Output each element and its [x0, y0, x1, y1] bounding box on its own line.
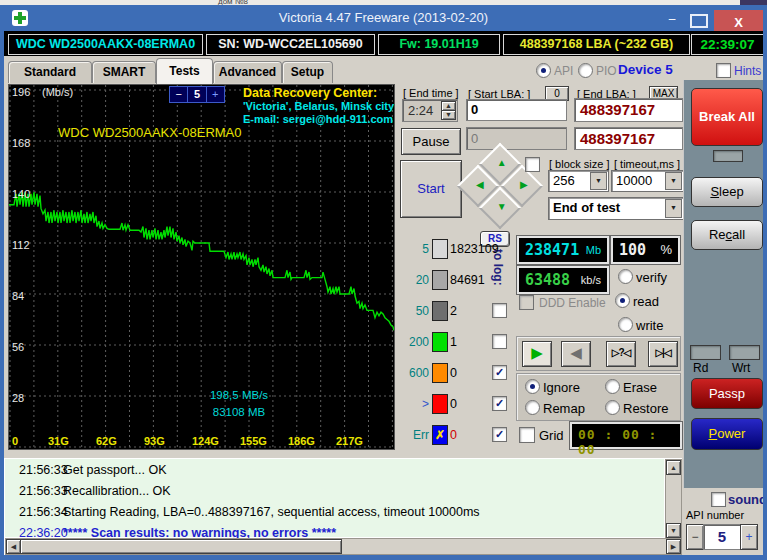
defect-action-strip: Ignore Erase Remap Restore — [516, 373, 681, 421]
break-all-button[interactable]: Break All — [691, 88, 763, 146]
graph-zoom-control[interactable]: − 5 + — [169, 86, 225, 103]
end-time-field[interactable]: 2:24 ▲ ▼ — [402, 99, 458, 122]
drive-capacity: 488397168 LBA (~232 GB) — [503, 34, 690, 55]
api-number-value[interactable]: 5 — [703, 524, 741, 550]
scrollbar-thumb[interactable] — [20, 539, 342, 554]
tab-standard[interactable]: Standard — [8, 61, 92, 83]
window-border-left — [0, 31, 4, 560]
scroll-left-icon[interactable]: ◀ — [6, 539, 21, 554]
scroll-up-icon[interactable]: ▲ — [666, 460, 681, 475]
api-number-increment[interactable]: + — [740, 524, 758, 550]
drive-firmware: Fw: 19.01H19 — [378, 34, 500, 55]
pio-radio-label: PIO — [596, 64, 617, 78]
log-checkbox[interactable]: ✓ — [492, 427, 507, 442]
step-button[interactable]: ▷|◁ — [648, 341, 678, 367]
clock: 22:39:07 — [691, 34, 764, 55]
restore-radio[interactable] — [605, 400, 620, 415]
y-tick: 84 — [12, 290, 24, 302]
grid-checkbox[interactable] — [519, 427, 535, 443]
tab-setup[interactable]: Setup — [282, 61, 333, 83]
drive-serial: SN: WD-WCC2EL105690 — [206, 34, 375, 55]
erase-label: Erase — [623, 380, 657, 395]
x-tick: 31G — [48, 435, 69, 447]
end-time-label: [ End time ] — [403, 87, 459, 99]
reverse-button[interactable]: ◀ — [561, 341, 591, 367]
pio-radio[interactable] — [578, 63, 593, 78]
api-radio-label: API — [554, 64, 573, 78]
minimize-button[interactable]: – — [664, 14, 680, 24]
log-checkbox[interactable] — [492, 303, 507, 318]
transport-strip: ▶ ◀ ▷?◁ ▷|◁ — [516, 336, 681, 371]
zoom-in-button[interactable]: + — [207, 87, 224, 102]
scroll-right-icon[interactable]: ▶ — [666, 539, 681, 554]
verify-label: verify — [636, 270, 667, 285]
hints-checkbox[interactable] — [716, 63, 731, 78]
block-size-select[interactable]: 256 ▼ — [548, 170, 609, 192]
block-size-label: [ block size ] — [549, 158, 610, 170]
tab-tests[interactable]: Tests — [156, 58, 213, 84]
passp-button[interactable]: Passp — [691, 378, 763, 409]
end-lba-input[interactable]: 488397167 — [574, 98, 683, 122]
timeout-select[interactable]: 10000 ▼ — [611, 170, 684, 192]
log-message: Starting Reading, LBA=0..488397167, sequ… — [63, 505, 660, 519]
tab-smart[interactable]: SMART — [92, 61, 156, 83]
zoom-value: 5 — [187, 87, 206, 102]
play-button[interactable]: ▶ — [522, 341, 552, 367]
grid-label: Grid — [539, 428, 564, 443]
ignore-radio[interactable] — [525, 379, 540, 394]
log-vertical-scrollbar[interactable]: ▲ ▼ — [665, 459, 682, 539]
log-checkbox[interactable] — [492, 334, 507, 349]
bucket-speed: 200 — [401, 335, 429, 349]
log-checkbox[interactable]: ✓ — [492, 365, 507, 380]
zoom-out-button[interactable]: − — [170, 87, 187, 102]
pause-button[interactable]: Pause — [401, 128, 461, 155]
sound-checkbox[interactable] — [711, 492, 726, 507]
remap-radio[interactable] — [525, 400, 540, 415]
read-label: read — [633, 294, 659, 309]
dropdown-arrow-icon[interactable]: ▼ — [665, 199, 682, 218]
end-time-spin-down[interactable]: ▼ — [441, 110, 456, 120]
tab-advanced[interactable]: Advanced — [213, 61, 282, 83]
seek-error-button[interactable]: ▷?◁ — [606, 341, 636, 367]
graph-drive-label: WDC WD2500AAKX-08ERMA0 — [58, 125, 242, 140]
log-checkbox[interactable]: ✓ — [492, 396, 507, 411]
position-display: 238471 Mb — [517, 236, 609, 264]
x-tick: 0 — [12, 435, 18, 447]
y-tick: 140 — [12, 188, 30, 200]
bucket-swatch — [432, 363, 448, 383]
end-lba-current: 488397167 — [574, 127, 683, 150]
speed-stats-panel: RS to log: 5 1823109 20 84691 50 2 200 1… — [399, 229, 511, 452]
start-lba-input[interactable]: 0 — [466, 99, 567, 121]
api-radio[interactable] — [536, 63, 551, 78]
current-position: 83108 MB — [179, 404, 299, 421]
speed-display: 63488 kb/s — [517, 266, 609, 294]
bucket-count: 0 — [450, 366, 457, 380]
y-tick: 56 — [12, 341, 24, 353]
bucket-speed: 5 — [401, 242, 429, 256]
end-action-select[interactable]: End of test ▼ — [548, 197, 684, 220]
log-list[interactable]: 21:56:33 Get passport... OK 21:56:33 Rec… — [5, 459, 664, 537]
ddd-enable-checkbox[interactable] — [519, 295, 534, 310]
api-number-label: API number — [686, 509, 744, 521]
verify-radio[interactable] — [618, 269, 633, 284]
log-horizontal-scrollbar[interactable]: ◀ ▶ — [5, 538, 682, 555]
seek-pad-checkbox[interactable] — [525, 157, 540, 172]
log-panel: 21:56:33 Get passport... OK 21:56:33 Rec… — [4, 458, 682, 555]
banner-line1: Data Recovery Center: — [243, 86, 395, 100]
scroll-down-icon[interactable]: ▼ — [666, 523, 681, 538]
sleep-button[interactable]: Sleep — [691, 177, 763, 207]
monitor-panel: 238471 Mb 100 % 63488 kb/s DDD Enable ve… — [513, 229, 683, 452]
dropdown-arrow-icon[interactable]: ▼ — [665, 172, 682, 190]
banner-line2: 'Victoria', Belarus, Minsk city — [243, 100, 395, 113]
api-number-decrement[interactable]: − — [686, 524, 704, 550]
power-button[interactable]: Power — [691, 418, 763, 450]
x-tick: 62G — [96, 435, 117, 447]
dropdown-arrow-icon[interactable]: ▼ — [590, 172, 607, 190]
bucket-speed: 20 — [401, 273, 429, 287]
start-button[interactable]: Start — [400, 160, 462, 218]
maximize-button[interactable] — [690, 14, 708, 28]
write-radio[interactable] — [618, 317, 633, 332]
erase-radio[interactable] — [605, 379, 620, 394]
recall-button[interactable]: Recall — [691, 220, 763, 250]
read-radio[interactable] — [615, 293, 630, 308]
